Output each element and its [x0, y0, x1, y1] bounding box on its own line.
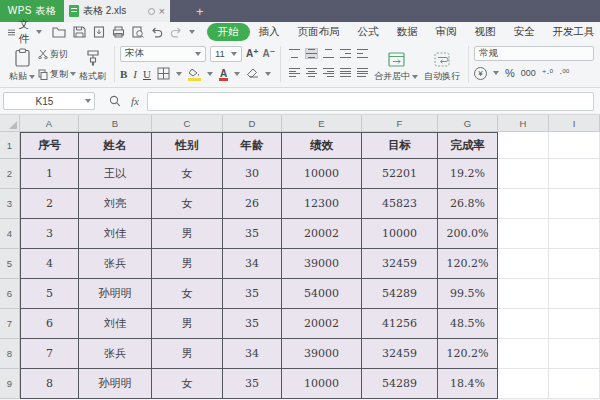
cell-b3[interactable]: 刘亮: [79, 189, 152, 219]
row-header[interactable]: 6: [0, 279, 20, 309]
cell-c5[interactable]: 男: [152, 249, 223, 279]
cell-d5[interactable]: 34: [223, 249, 282, 279]
comma-style-button[interactable]: 000: [521, 68, 536, 78]
cell-h5[interactable]: [498, 249, 549, 279]
borders-icon[interactable]: [157, 67, 170, 80]
column-header-g[interactable]: G: [438, 115, 498, 132]
eraser-icon[interactable]: [246, 68, 259, 79]
cell-b7[interactable]: 刘佳: [79, 309, 152, 339]
align-left-icon[interactable]: [288, 67, 301, 78]
cell-c2[interactable]: 女: [152, 159, 223, 189]
open-folder-icon[interactable]: [52, 26, 66, 38]
name-box[interactable]: K15: [3, 92, 95, 110]
column-header-i[interactable]: I: [549, 115, 600, 132]
cell-d3[interactable]: 26: [223, 189, 282, 219]
tab-security[interactable]: 安全: [505, 23, 544, 41]
new-tab-button[interactable]: +: [196, 5, 204, 18]
column-header-f[interactable]: F: [362, 115, 438, 132]
column-header-c[interactable]: C: [152, 115, 223, 132]
cell-h8[interactable]: [498, 339, 549, 369]
search-icon[interactable]: [109, 95, 121, 107]
cell-g3[interactable]: 26.8%: [438, 189, 498, 219]
cell-a1[interactable]: 序号: [20, 132, 79, 159]
print-preview-icon[interactable]: [132, 26, 144, 38]
cell-e6[interactable]: 54000: [282, 279, 362, 309]
cell-c3[interactable]: 女: [152, 189, 223, 219]
tab-close-icon[interactable]: ×: [159, 6, 165, 17]
cell-e5[interactable]: 39000: [282, 249, 362, 279]
cell-g9[interactable]: 18.4%: [438, 369, 498, 399]
cell-f1[interactable]: 目标: [362, 132, 438, 159]
cell-f7[interactable]: 41256: [362, 309, 438, 339]
cell-i6[interactable]: [549, 279, 600, 309]
cell-b1[interactable]: 姓名: [79, 132, 152, 159]
row-header[interactable]: 7: [0, 309, 20, 339]
tab-home[interactable]: 开始: [207, 23, 250, 41]
cell-a8[interactable]: 7: [20, 339, 79, 369]
paste-button[interactable]: 粘贴: [6, 44, 38, 84]
align-bottom-icon[interactable]: [322, 48, 335, 59]
column-header-e[interactable]: E: [282, 115, 362, 132]
column-header-h[interactable]: H: [498, 115, 549, 132]
font-name-select[interactable]: 宋体: [120, 46, 206, 62]
copy-button[interactable]: 复制: [38, 68, 76, 81]
tab-data[interactable]: 数据: [388, 23, 427, 41]
tab-formulas[interactable]: 公式: [349, 23, 388, 41]
increase-decimal-button[interactable]: ⁺·⁰: [542, 68, 553, 78]
distribute-icon[interactable]: [356, 67, 369, 78]
cell-e7[interactable]: 20002: [282, 309, 362, 339]
font-color-button[interactable]: A: [219, 68, 228, 79]
cell-i7[interactable]: [549, 309, 600, 339]
cell-g1[interactable]: 完成率: [438, 132, 498, 159]
cell-c8[interactable]: 男: [152, 339, 223, 369]
cell-f5[interactable]: 32459: [362, 249, 438, 279]
select-all-corner[interactable]: [0, 115, 20, 132]
merge-center-button[interactable]: 合并居中: [371, 44, 421, 84]
cell-d8[interactable]: 34: [223, 339, 282, 369]
row-header[interactable]: 3: [0, 189, 20, 219]
cell-h7[interactable]: [498, 309, 549, 339]
format-painter-button[interactable]: 格式刷: [76, 44, 109, 84]
cell-g6[interactable]: 99.5%: [438, 279, 498, 309]
cell-f3[interactable]: 45823: [362, 189, 438, 219]
cell-h2[interactable]: [498, 159, 549, 189]
cell-g5[interactable]: 120.2%: [438, 249, 498, 279]
cell-d9[interactable]: 35: [223, 369, 282, 399]
cell-e1[interactable]: 绩效: [282, 132, 362, 159]
cell-i3[interactable]: [549, 189, 600, 219]
column-header-a[interactable]: A: [20, 115, 79, 132]
undo-icon[interactable]: [151, 27, 163, 38]
cell-a9[interactable]: 8: [20, 369, 79, 399]
grow-font-button[interactable]: A⁺: [246, 48, 259, 59]
wrap-text-button[interactable]: 自动换行: [421, 44, 463, 84]
customize-toolbar-caret-icon[interactable]: [189, 30, 195, 34]
cell-d6[interactable]: 35: [223, 279, 282, 309]
align-right-icon[interactable]: [322, 67, 335, 78]
cell-g2[interactable]: 19.2%: [438, 159, 498, 189]
cut-button[interactable]: 剪切: [38, 48, 76, 61]
export-icon[interactable]: [93, 26, 105, 38]
cell-e4[interactable]: 20002: [282, 219, 362, 249]
cell-h4[interactable]: [498, 219, 549, 249]
cell-g7[interactable]: 48.5%: [438, 309, 498, 339]
row-header[interactable]: 1: [0, 132, 20, 159]
align-center-icon[interactable]: [305, 67, 318, 78]
row-header[interactable]: 4: [0, 219, 20, 249]
cell-e8[interactable]: 39000: [282, 339, 362, 369]
borders-caret-icon[interactable]: [176, 72, 182, 76]
font-size-select[interactable]: 11: [210, 46, 242, 62]
cell-h9[interactable]: [498, 369, 549, 399]
cell-f8[interactable]: 32459: [362, 339, 438, 369]
cell-a5[interactable]: 4: [20, 249, 79, 279]
cell-e3[interactable]: 12300: [282, 189, 362, 219]
cell-i5[interactable]: [549, 249, 600, 279]
cell-a6[interactable]: 5: [20, 279, 79, 309]
italic-button[interactable]: I: [133, 68, 137, 80]
file-menu-button[interactable]: 文件: [8, 18, 42, 46]
tab-view[interactable]: 视图: [466, 23, 505, 41]
cell-e2[interactable]: 10000: [282, 159, 362, 189]
cell-h3[interactable]: [498, 189, 549, 219]
cell-i4[interactable]: [549, 219, 600, 249]
formula-input[interactable]: [147, 92, 594, 111]
cell-i2[interactable]: [549, 159, 600, 189]
